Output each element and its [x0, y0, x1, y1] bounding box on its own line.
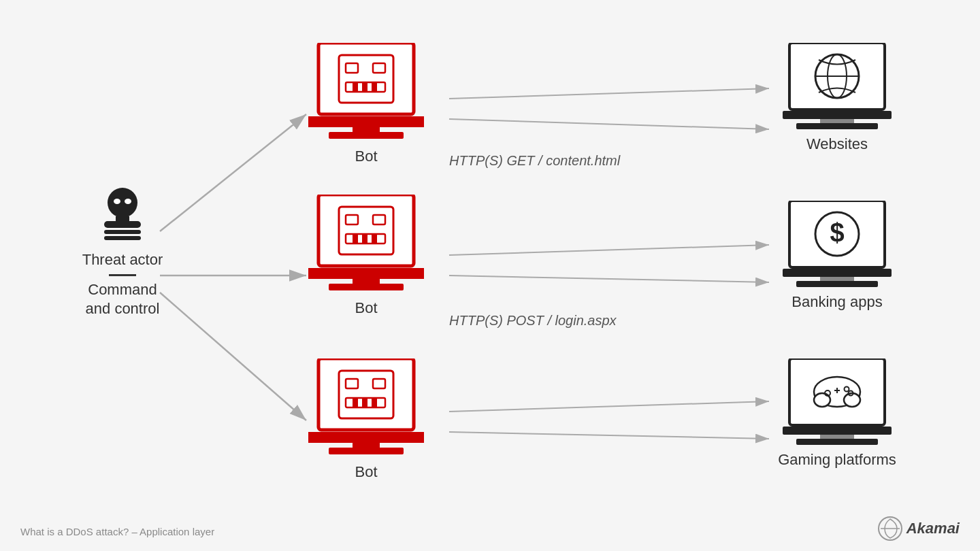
bot-3-label: Bot: [355, 463, 377, 481]
diagram-container: Threat actor Commandand control: [0, 0, 980, 551]
svg-rect-61: [820, 119, 854, 123]
akamai-text: Akamai: [906, 520, 960, 537]
svg-rect-27: [308, 116, 424, 127]
target-gaming: Gaming platforms: [762, 358, 912, 469]
svg-rect-78: [783, 427, 892, 435]
bot-2: Bot: [308, 195, 424, 317]
svg-rect-80: [796, 439, 878, 445]
threat-actor-icon: [92, 184, 153, 245]
svg-rect-49: [362, 398, 368, 407]
banking-label: Banking apps: [791, 293, 882, 311]
bot-3: Bot: [308, 358, 424, 481]
svg-rect-36: [362, 234, 368, 244]
threat-actor-divider: [109, 274, 136, 276]
svg-text:$: $: [830, 218, 844, 247]
svg-rect-20: [373, 63, 385, 73]
svg-rect-50: [372, 398, 377, 407]
threat-actor-label: Threat actor: [82, 250, 163, 270]
svg-rect-41: [353, 278, 380, 284]
gaming-icon: [783, 358, 892, 447]
akamai-icon: [878, 516, 902, 541]
svg-line-9: [449, 432, 769, 439]
svg-rect-42: [329, 284, 404, 290]
svg-line-6: [449, 245, 769, 255]
svg-rect-31: [339, 207, 393, 254]
svg-rect-22: [353, 82, 358, 92]
svg-rect-40: [308, 268, 424, 279]
svg-rect-16: [116, 216, 129, 223]
svg-rect-60: [783, 111, 892, 119]
svg-rect-55: [329, 448, 404, 454]
svg-rect-37: [372, 234, 377, 244]
svg-rect-28: [353, 127, 380, 132]
http-label-1: HTTP(S) GET / content.html: [449, 153, 620, 169]
svg-rect-68: [796, 281, 878, 287]
svg-line-8: [449, 401, 769, 412]
websites-icon: [783, 43, 892, 131]
threat-actor: Threat actor Commandand control: [54, 184, 191, 319]
svg-line-7: [449, 276, 769, 282]
footer-label: What is a DDoS attack? – Application lay…: [20, 526, 214, 537]
svg-rect-35: [353, 234, 358, 244]
svg-rect-66: [783, 269, 892, 277]
svg-point-11: [114, 199, 120, 204]
svg-line-4: [449, 88, 769, 99]
gaming-label: Gaming platforms: [778, 451, 896, 469]
svg-rect-32: [346, 215, 358, 224]
svg-rect-53: [308, 432, 424, 443]
svg-rect-15: [104, 236, 141, 240]
svg-rect-62: [796, 123, 878, 129]
bot-1-label: Bot: [355, 148, 377, 165]
svg-rect-24: [372, 82, 377, 92]
target-banking: $ Banking apps: [769, 201, 905, 311]
svg-point-12: [125, 199, 131, 204]
svg-point-10: [108, 188, 137, 218]
svg-rect-18: [339, 55, 393, 103]
bot-1-icon: [308, 43, 424, 145]
bot-3-icon: [308, 358, 424, 461]
svg-rect-79: [820, 435, 854, 439]
websites-label: Websites: [806, 135, 868, 153]
svg-rect-67: [820, 277, 854, 281]
banking-icon: $: [783, 201, 892, 289]
svg-rect-44: [339, 371, 393, 418]
svg-rect-33: [373, 215, 385, 224]
svg-rect-45: [346, 379, 358, 388]
svg-rect-29: [329, 132, 404, 139]
svg-rect-46: [373, 379, 385, 388]
svg-rect-48: [353, 398, 358, 407]
svg-rect-14: [104, 230, 141, 234]
svg-line-5: [449, 119, 769, 129]
svg-rect-19: [346, 63, 358, 73]
threat-actor-sublabel: Commandand control: [86, 280, 160, 319]
bot-2-label: Bot: [355, 299, 377, 317]
bot-1: Bot: [308, 43, 424, 165]
svg-rect-23: [362, 82, 368, 92]
svg-rect-54: [353, 442, 380, 448]
bot-2-icon: [308, 195, 424, 297]
http-label-2: HTTP(S) POST / login.aspx: [449, 313, 617, 329]
akamai-logo: Akamai: [878, 516, 960, 541]
target-websites: Websites: [769, 43, 905, 153]
